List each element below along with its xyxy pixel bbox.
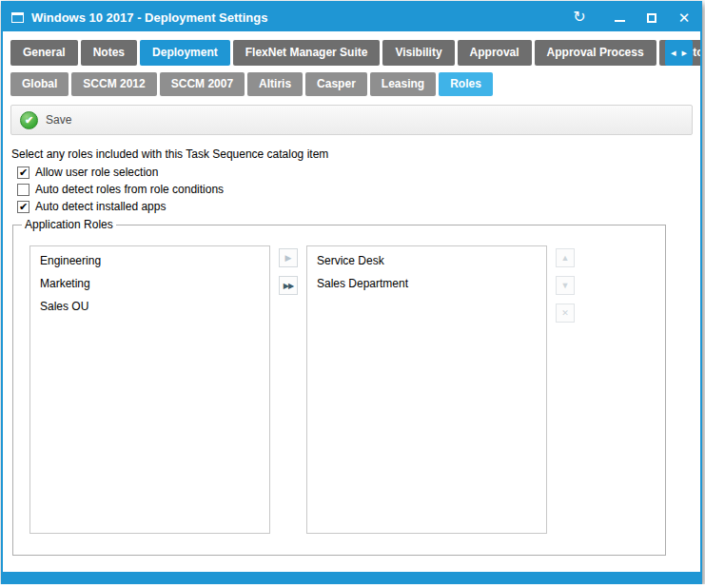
tab-general[interactable]: General xyxy=(10,40,78,66)
tab-notes[interactable]: Notes xyxy=(81,40,137,66)
checkbox-auto-detect-roles-from-role-conditions[interactable]: Auto detect roles from role conditions xyxy=(17,183,700,196)
checkbox-label: Auto detect roles from role conditions xyxy=(35,183,224,196)
instruction-text: Select any roles included with this Task… xyxy=(11,147,692,161)
secondary-tab-strip: GlobalSCCM 2012SCCM 2007AltirisCasperLea… xyxy=(3,72,700,96)
role-item-sales-ou[interactable]: Sales OU xyxy=(30,295,269,318)
window-title: Windows 10 2017 - Deployment Settings xyxy=(31,10,267,25)
tab-flexnet-manager-suite[interactable]: FlexNet Manager Suite xyxy=(233,40,381,66)
tab-deployment[interactable]: Deployment xyxy=(140,40,230,66)
subtab-altiris[interactable]: Altiris xyxy=(247,72,303,96)
title-bar: Windows 10 2017 - Deployment Settings ↻ … xyxy=(3,3,700,31)
minimize-icon[interactable] xyxy=(613,10,626,25)
move-down-button[interactable]: ▼ xyxy=(556,276,575,295)
selected-roles-listbox[interactable]: Service DeskSales Department xyxy=(306,245,547,534)
remove-role-button[interactable]: ✕ xyxy=(556,304,575,323)
application-roles-group: Application Roles EngineeringMarketingSa… xyxy=(12,225,666,556)
available-roles-listbox[interactable]: EngineeringMarketingSales OU xyxy=(29,245,270,534)
checkbox-label: Allow user role selection xyxy=(35,166,158,179)
content-spacer xyxy=(3,556,700,572)
move-all-right-icon: ▶▶ xyxy=(284,282,293,290)
checkbox-group: ✔Allow user role selectionAuto detect ro… xyxy=(17,166,700,213)
save-check-icon[interactable]: ✔ xyxy=(20,111,38,129)
window-controls: ↻ ✕ xyxy=(573,10,691,25)
move-all-right-button[interactable]: ▶▶ xyxy=(279,276,298,295)
checkbox-label: Auto detect installed apps xyxy=(35,200,166,213)
role-item-service-desk[interactable]: Service Desk xyxy=(307,249,546,272)
group-title: Application Roles xyxy=(22,218,116,231)
checked-checkbox-icon[interactable]: ✔ xyxy=(17,201,29,213)
transfer-buttons: ▶ ▶▶ xyxy=(279,245,298,534)
subtab-roles[interactable]: Roles xyxy=(439,72,493,96)
close-icon[interactable]: ✕ xyxy=(677,10,691,25)
maximize-icon[interactable] xyxy=(645,10,658,25)
order-buttons: ▲ ▼ ✕ xyxy=(556,245,575,534)
move-right-button[interactable]: ▶ xyxy=(279,248,298,267)
maximize-glyph xyxy=(647,13,656,23)
move-right-icon: ▶ xyxy=(285,253,292,263)
tab-approval-process[interactable]: Approval Process xyxy=(535,40,656,66)
role-item-sales-department[interactable]: Sales Department xyxy=(307,272,546,295)
bottom-status-strip xyxy=(3,572,700,582)
app-window-icon xyxy=(11,12,24,23)
move-up-button[interactable]: ▲ xyxy=(556,248,575,267)
subtab-casper[interactable]: Casper xyxy=(305,72,367,96)
subtab-sccm-2012[interactable]: SCCM 2012 xyxy=(71,72,156,96)
subtab-global[interactable]: Global xyxy=(10,72,69,96)
checked-checkbox-icon[interactable]: ✔ xyxy=(17,167,29,179)
subtab-leasing[interactable]: Leasing xyxy=(370,72,436,96)
toolbar: ✔ Save xyxy=(10,105,693,135)
tab-visibility[interactable]: Visibility xyxy=(382,40,454,66)
primary-tab-strip: GeneralNotesDeploymentFlexNet Manager Su… xyxy=(3,40,700,66)
scroll-left-icon[interactable]: ◂ xyxy=(671,48,676,58)
role-item-engineering[interactable]: Engineering xyxy=(30,249,269,272)
move-down-icon: ▼ xyxy=(561,281,570,290)
role-item-marketing[interactable]: Marketing xyxy=(30,272,269,295)
minimize-glyph xyxy=(615,20,625,22)
role-transfer-panel: EngineeringMarketingSales OU ▶ ▶▶ Servic… xyxy=(29,245,665,534)
save-button[interactable]: Save xyxy=(46,113,71,127)
remove-icon: ✕ xyxy=(561,308,569,318)
unchecked-checkbox-icon[interactable] xyxy=(17,184,29,196)
move-up-icon: ▲ xyxy=(561,253,570,263)
checkbox-allow-user-role-selection[interactable]: ✔Allow user role selection xyxy=(17,166,700,179)
scroll-right-icon[interactable]: ▸ xyxy=(681,48,687,58)
checkbox-auto-detect-installed-apps[interactable]: ✔Auto detect installed apps xyxy=(17,200,700,213)
tab-scroller: ◂ ▸ xyxy=(665,40,693,66)
subtab-sccm-2007[interactable]: SCCM 2007 xyxy=(160,72,245,96)
tab-approval[interactable]: Approval xyxy=(458,40,532,66)
refresh-icon[interactable]: ↻ xyxy=(573,10,586,25)
deployment-settings-window: Windows 10 2017 - Deployment Settings ↻ … xyxy=(1,1,702,584)
